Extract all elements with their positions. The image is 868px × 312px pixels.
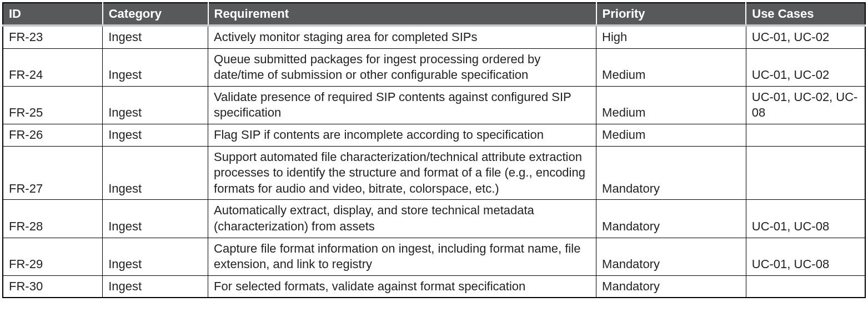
cell-id: FR-25	[3, 86, 103, 124]
cell-requirement: Capture file format information on inges…	[208, 238, 596, 275]
cell-use-cases: UC-01, UC-02, UC-08	[746, 86, 865, 124]
cell-priority: Mandatory	[596, 146, 746, 200]
requirements-table: ID Category Requirement Priority Use Cas…	[2, 2, 866, 298]
header-requirement: Requirement	[208, 3, 596, 26]
cell-priority: Medium	[596, 86, 746, 124]
cell-use-cases	[746, 124, 865, 146]
cell-category: Ingest	[103, 26, 208, 48]
cell-use-cases: UC-01, UC-08	[746, 200, 865, 238]
cell-id: FR-30	[3, 275, 103, 298]
table-row: FR-30IngestFor selected formats, validat…	[3, 275, 865, 298]
cell-use-cases	[746, 275, 865, 298]
cell-category: Ingest	[103, 200, 208, 238]
cell-priority: High	[596, 26, 746, 48]
cell-id: FR-26	[3, 124, 103, 146]
table-row: FR-28IngestAutomatically extract, displa…	[3, 200, 865, 238]
cell-priority: Mandatory	[596, 200, 746, 238]
cell-category: Ingest	[103, 86, 208, 124]
cell-use-cases	[746, 146, 865, 200]
cell-category: Ingest	[103, 275, 208, 298]
cell-id: FR-24	[3, 48, 103, 86]
cell-use-cases: UC-01, UC-08	[746, 238, 865, 275]
cell-requirement: Queue submitted packages for ingest proc…	[208, 48, 596, 86]
table-row: FR-23IngestActively monitor staging area…	[3, 26, 865, 48]
cell-category: Ingest	[103, 238, 208, 275]
cell-requirement: Automatically extract, display, and stor…	[208, 200, 596, 238]
table-row: FR-24IngestQueue submitted packages for …	[3, 48, 865, 86]
header-category: Category	[103, 3, 208, 26]
cell-requirement: Validate presence of required SIP conten…	[208, 86, 596, 124]
cell-category: Ingest	[103, 146, 208, 200]
cell-requirement: For selected formats, validate against f…	[208, 275, 596, 298]
table-row: FR-26IngestFlag SIP if contents are inco…	[3, 124, 865, 146]
cell-requirement: Actively monitor staging area for comple…	[208, 26, 596, 48]
cell-id: FR-28	[3, 200, 103, 238]
cell-requirement: Flag SIP if contents are incomplete acco…	[208, 124, 596, 146]
cell-requirement: Support automated file characterization/…	[208, 146, 596, 200]
table-header-row: ID Category Requirement Priority Use Cas…	[3, 3, 865, 26]
cell-id: FR-23	[3, 26, 103, 48]
cell-priority: Medium	[596, 48, 746, 86]
header-id: ID	[3, 3, 103, 26]
cell-id: FR-29	[3, 238, 103, 275]
cell-category: Ingest	[103, 48, 208, 86]
cell-id: FR-27	[3, 146, 103, 200]
cell-priority: Mandatory	[596, 238, 746, 275]
cell-use-cases: UC-01, UC-02	[746, 26, 865, 48]
table-row: FR-29IngestCapture file format informati…	[3, 238, 865, 275]
table-row: FR-25IngestValidate presence of required…	[3, 86, 865, 124]
header-priority: Priority	[596, 3, 746, 26]
cell-use-cases: UC-01, UC-02	[746, 48, 865, 86]
cell-category: Ingest	[103, 124, 208, 146]
cell-priority: Mandatory	[596, 275, 746, 298]
header-use-cases: Use Cases	[746, 3, 865, 26]
cell-priority: Medium	[596, 124, 746, 146]
table-row: FR-27IngestSupport automated file charac…	[3, 146, 865, 200]
